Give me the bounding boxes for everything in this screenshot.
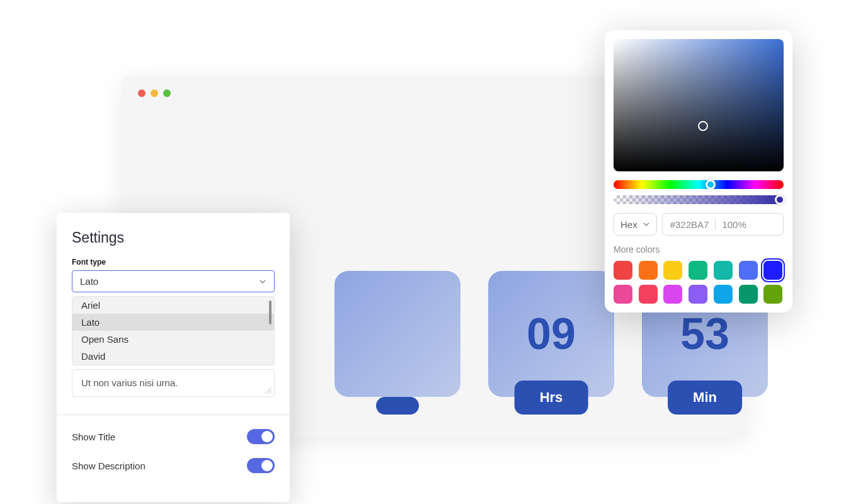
- show-description-label: Show Description: [72, 461, 146, 471]
- show-description-row: Show Description: [72, 458, 275, 473]
- color-picker-panel: Hex #322BA7 100% More colors: [605, 30, 792, 312]
- color-swatch[interactable]: [714, 285, 733, 304]
- color-swatch[interactable]: [639, 285, 658, 304]
- divider: [715, 219, 716, 230]
- font-select-value: Lato: [80, 276, 98, 287]
- font-select[interactable]: Lato: [72, 270, 275, 292]
- canvas-cursor-icon[interactable]: [698, 121, 708, 131]
- color-format-value: Hex: [620, 219, 637, 230]
- countdown-value: 09: [527, 309, 576, 359]
- color-swatch[interactable]: [689, 285, 707, 304]
- color-format-select[interactable]: Hex: [614, 213, 657, 236]
- color-swatch[interactable]: [614, 261, 632, 280]
- font-option[interactable]: Lato: [72, 314, 274, 331]
- resize-handle-icon[interactable]: [265, 387, 271, 394]
- maximize-icon[interactable]: [163, 89, 171, 97]
- toggle-knob: [261, 460, 273, 471]
- font-option[interactable]: David: [72, 348, 274, 365]
- color-swatch[interactable]: [614, 285, 632, 304]
- color-swatch[interactable]: [763, 261, 782, 280]
- countdown-label: Hrs: [515, 381, 588, 415]
- font-option[interactable]: Ariel: [72, 297, 274, 314]
- font-option[interactable]: Open Sans: [72, 331, 274, 348]
- show-description-toggle[interactable]: [247, 458, 275, 473]
- hue-slider[interactable]: [614, 180, 784, 189]
- color-swatch[interactable]: [739, 285, 758, 304]
- color-swatch[interactable]: [639, 261, 658, 280]
- scrollbar[interactable]: [269, 301, 271, 324]
- color-swatch[interactable]: [714, 261, 733, 280]
- countdown-label: Min: [668, 381, 742, 415]
- countdown-card: [334, 271, 460, 397]
- show-title-row: Show Title: [72, 429, 275, 444]
- toggle-knob: [261, 431, 273, 442]
- traffic-lights: [138, 89, 171, 97]
- alpha-knob[interactable]: [775, 195, 785, 205]
- close-icon[interactable]: [138, 89, 146, 97]
- color-swatches: [614, 261, 784, 304]
- color-inputs-row: Hex #322BA7 100%: [614, 213, 784, 236]
- minimize-icon[interactable]: [151, 89, 158, 97]
- color-swatch[interactable]: [663, 261, 682, 280]
- settings-title: Settings: [72, 229, 275, 246]
- chevron-down-icon: [643, 220, 650, 228]
- countdown-label: [376, 397, 419, 415]
- show-title-label: Show Title: [72, 432, 115, 442]
- countdown-tile: 09 Hrs: [488, 271, 614, 397]
- chevron-down-icon: [259, 278, 266, 285]
- font-type-label: Font type: [72, 258, 275, 266]
- hex-value: #322BA7: [670, 219, 709, 230]
- divider: [57, 415, 290, 415]
- hex-input[interactable]: #322BA7 100%: [662, 213, 784, 236]
- font-dropdown-list: Ariel Lato Open Sans David: [72, 296, 275, 365]
- color-canvas[interactable]: [614, 39, 784, 171]
- textarea-value: Ut non varius nisi urna.: [81, 377, 178, 388]
- description-textarea[interactable]: Ut non varius nisi urna.: [72, 369, 275, 397]
- countdown-value: 53: [680, 309, 729, 359]
- color-swatch[interactable]: [763, 285, 782, 304]
- opacity-value: 100%: [722, 219, 746, 230]
- countdown-card: 09: [488, 271, 614, 397]
- more-colors-label: More colors: [614, 244, 784, 255]
- countdown-tile: [334, 271, 460, 397]
- settings-panel: Settings Font type Lato Ariel Lato Open …: [57, 213, 290, 502]
- color-swatch[interactable]: [739, 261, 758, 280]
- color-swatch[interactable]: [663, 285, 682, 304]
- hue-knob[interactable]: [706, 180, 716, 190]
- show-title-toggle[interactable]: [247, 429, 275, 444]
- color-swatch[interactable]: [689, 261, 707, 280]
- alpha-slider[interactable]: [614, 195, 784, 204]
